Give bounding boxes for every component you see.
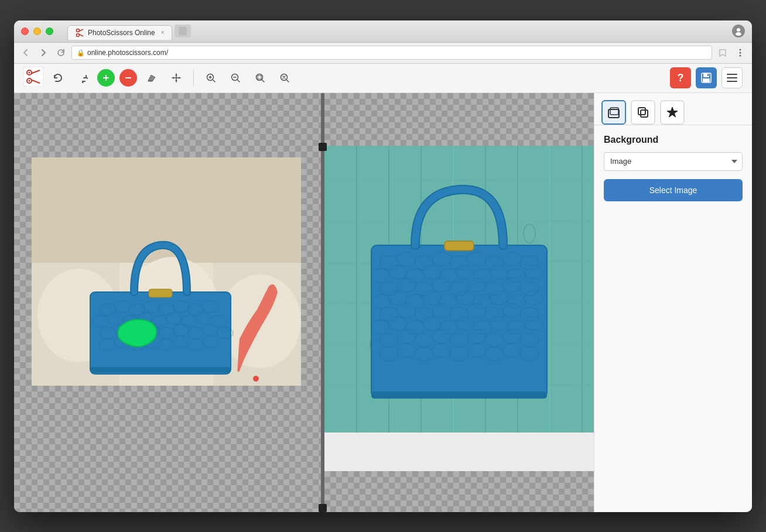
add-brush-button[interactable] bbox=[97, 69, 115, 87]
sidebar-tab-copy[interactable] bbox=[631, 100, 655, 125]
url-text: online.photoscissors.com/ bbox=[87, 49, 168, 57]
help-button[interactable]: ? bbox=[670, 67, 691, 88]
account-icon[interactable] bbox=[732, 25, 745, 37]
save-button[interactable] bbox=[696, 67, 717, 88]
back-button[interactable] bbox=[19, 46, 33, 60]
back-icon bbox=[22, 49, 30, 57]
eraser-button[interactable] bbox=[142, 68, 162, 88]
undo-button[interactable] bbox=[48, 68, 68, 88]
svg-point-7 bbox=[740, 49, 741, 51]
close-button[interactable] bbox=[21, 28, 29, 35]
redo-button[interactable] bbox=[73, 68, 93, 88]
preview-image-area bbox=[324, 146, 594, 433]
content-area: Background None Color Image Blur Select … bbox=[14, 93, 752, 512]
tab-close-button[interactable]: × bbox=[161, 29, 165, 36]
svg-point-9 bbox=[740, 55, 741, 57]
svg-point-21 bbox=[257, 74, 263, 81]
redo-icon bbox=[77, 73, 88, 83]
more-icon bbox=[739, 48, 741, 57]
svg-rect-168 bbox=[371, 392, 547, 399]
zoom-in-icon bbox=[206, 73, 216, 83]
minimize-button[interactable] bbox=[33, 28, 41, 35]
svg-rect-27 bbox=[707, 74, 709, 76]
svg-rect-22 bbox=[258, 75, 261, 79]
bookmark-button[interactable] bbox=[716, 46, 730, 60]
zoom-fit-button[interactable] bbox=[250, 68, 270, 88]
sidebar-tab-star[interactable] bbox=[660, 100, 685, 125]
zoom-reset-icon bbox=[279, 73, 290, 83]
svg-rect-10 bbox=[23, 67, 43, 87]
svg-rect-71 bbox=[149, 289, 172, 297]
preview-top-checkerboard bbox=[324, 93, 594, 146]
background-type-select[interactable]: None Color Image Blur bbox=[604, 152, 743, 171]
new-tab-button[interactable] bbox=[175, 25, 191, 37]
preview-image bbox=[324, 146, 594, 433]
svg-point-1 bbox=[77, 33, 80, 36]
account-area bbox=[732, 25, 745, 37]
svg-point-0 bbox=[77, 29, 80, 32]
undo-icon bbox=[53, 73, 63, 83]
svg-point-6 bbox=[736, 32, 741, 36]
browser-menu-button[interactable] bbox=[733, 46, 747, 60]
sidebar-tab-bar bbox=[594, 93, 752, 125]
svg-point-73 bbox=[253, 376, 259, 382]
svg-rect-171 bbox=[641, 110, 648, 117]
help-label: ? bbox=[678, 72, 684, 84]
source-image bbox=[32, 157, 301, 386]
svg-point-5 bbox=[737, 28, 740, 32]
select-image-button[interactable]: Select Image bbox=[604, 179, 743, 201]
hamburger-icon bbox=[727, 74, 737, 82]
layers-icon bbox=[607, 106, 620, 119]
move-icon bbox=[171, 73, 182, 83]
svg-rect-4 bbox=[179, 27, 187, 35]
titlebar: PhotoScissors Online × bbox=[14, 20, 752, 43]
copy-icon bbox=[637, 106, 649, 119]
person-icon bbox=[734, 26, 743, 36]
star-icon bbox=[666, 106, 679, 119]
scissors-logo-icon bbox=[23, 67, 43, 87]
zoom-fit-icon bbox=[255, 73, 265, 83]
sidebar-tab-background[interactable] bbox=[601, 100, 626, 125]
eraser-icon bbox=[146, 73, 157, 83]
tab-favicon bbox=[75, 28, 84, 37]
tab-bar: PhotoScissors Online × bbox=[67, 23, 727, 40]
zoom-out-button[interactable] bbox=[225, 68, 245, 88]
remove-brush-button[interactable] bbox=[119, 69, 137, 87]
svg-point-8 bbox=[740, 52, 741, 54]
svg-point-15 bbox=[29, 72, 30, 74]
main-toolbar: ? bbox=[14, 64, 752, 93]
move-button[interactable] bbox=[166, 68, 186, 88]
svg-point-16 bbox=[29, 80, 30, 82]
tab-label: PhotoScissors Online bbox=[88, 29, 155, 37]
divider-top-handle[interactable] bbox=[319, 143, 327, 151]
svg-rect-72 bbox=[90, 367, 231, 373]
traffic-lights bbox=[21, 28, 53, 35]
browser-window: PhotoScissors Online × bbox=[14, 20, 752, 512]
hamburger-menu-button[interactable] bbox=[721, 67, 743, 88]
save-icon bbox=[700, 72, 712, 84]
refresh-button[interactable] bbox=[54, 46, 68, 60]
zoom-reset-button[interactable] bbox=[275, 68, 295, 88]
select-image-label: Select Image bbox=[649, 186, 697, 195]
browser-tab[interactable]: PhotoScissors Online × bbox=[67, 25, 172, 40]
zoom-out-icon bbox=[230, 73, 241, 83]
svg-rect-167 bbox=[444, 241, 474, 250]
remove-brush-icon bbox=[124, 73, 133, 83]
sidebar-panel: Background None Color Image Blur Select … bbox=[594, 93, 752, 512]
addressbar: 🔒 online.photoscissors.com/ bbox=[14, 43, 752, 64]
svg-rect-172 bbox=[638, 108, 645, 115]
maximize-button[interactable] bbox=[46, 28, 53, 35]
sidebar-content: Background None Color Image Blur Select … bbox=[594, 125, 752, 512]
url-bar[interactable]: 🔒 online.photoscissors.com/ bbox=[71, 46, 712, 60]
sidebar-section-title: Background bbox=[604, 135, 743, 145]
zoom-in-button[interactable] bbox=[201, 68, 221, 88]
app-logo bbox=[23, 67, 43, 89]
bookmark-icon bbox=[719, 49, 727, 57]
forward-icon bbox=[39, 49, 47, 57]
forward-button[interactable] bbox=[36, 46, 50, 60]
preview-bottom-checkerboard bbox=[324, 471, 594, 512]
divider-bottom-handle[interactable] bbox=[319, 504, 327, 512]
source-image-container[interactable] bbox=[32, 157, 301, 386]
new-tab-icon bbox=[178, 26, 187, 36]
refresh-icon bbox=[57, 49, 65, 57]
